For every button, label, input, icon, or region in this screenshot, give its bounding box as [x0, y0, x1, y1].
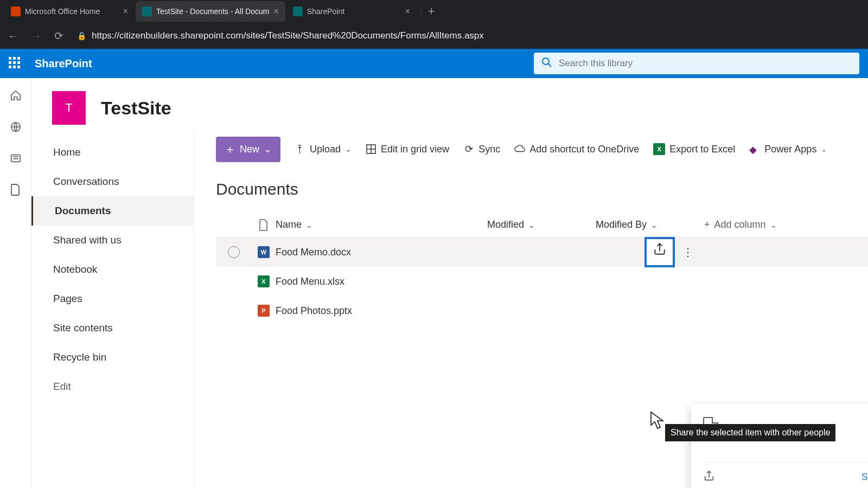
globe-icon[interactable] [9, 120, 22, 133]
file-row[interactable]: W Food Memo.docx ⋮ [216, 237, 868, 267]
row-actions: ⋮ [644, 237, 693, 267]
favicon-sharepoint-icon [293, 7, 303, 16]
address-bar[interactable]: 🔒 https://citizenbuilders.sharepoint.com… [74, 30, 863, 41]
page: ＋ New ⌄ ⭱ Upload ⌄ Edit in grid view [194, 130, 868, 488]
file-row[interactable]: P Food Photos.pptx [216, 296, 868, 325]
nav-shared[interactable]: Shared with us [31, 226, 194, 255]
tab-documents[interactable]: TestSite - Documents - All Docum × [136, 1, 285, 22]
column-modified-label: Modified [487, 219, 524, 230]
suite-header: SharePoint [0, 49, 868, 78]
tab-sharepoint[interactable]: SharePoint × [286, 1, 417, 22]
files-icon[interactable] [9, 183, 22, 196]
search-input[interactable] [559, 58, 852, 69]
app-body: T TestSite Home Conversations Documents … [0, 78, 868, 488]
document-icon [259, 219, 269, 231]
plus-icon: ＋ [225, 142, 235, 157]
sync-button[interactable]: ⟳ Sync [463, 144, 500, 155]
powerapps-icon: ◆ [749, 144, 760, 155]
onedrive-icon [514, 144, 525, 155]
site-logo[interactable]: T [52, 91, 86, 125]
file-name[interactable]: Food Photos.pptx [276, 305, 352, 317]
row-select[interactable] [228, 246, 240, 258]
more-icon[interactable]: ⋮ [682, 246, 693, 259]
search-box[interactable] [534, 53, 859, 74]
word-icon: W [258, 246, 270, 258]
sync-label: Sync [478, 144, 500, 155]
library-title: Documents [216, 180, 868, 198]
app-rail [0, 78, 31, 488]
nav-recycle[interactable]: Recycle bin [31, 343, 194, 372]
suite-brand[interactable]: SharePoint [35, 57, 92, 70]
edit-grid-button[interactable]: Edit in grid view [366, 144, 449, 155]
grid-icon [366, 144, 376, 155]
powerapps-label: Power Apps [764, 144, 816, 155]
new-button[interactable]: ＋ New ⌄ [216, 137, 280, 162]
search-icon [541, 57, 552, 70]
file-name[interactable]: Food Memo.docx [276, 247, 351, 258]
svg-point-0 [542, 58, 549, 65]
see-details-link[interactable]: See details [861, 472, 868, 483]
lock-icon: 🔒 [77, 31, 86, 40]
address-row: ← → ⟳ 🔒 https://citizenbuilders.sharepoi… [0, 23, 868, 49]
reload-icon[interactable]: ⟳ [51, 29, 66, 42]
close-icon[interactable]: × [123, 7, 128, 16]
new-label: New [240, 144, 259, 155]
svg-rect-3 [11, 155, 20, 162]
file-name[interactable]: Food Menu.xlsx [276, 276, 344, 287]
new-tab-button[interactable]: + [421, 5, 442, 18]
tab-office[interactable]: Microsoft Office Home × [4, 1, 135, 22]
cursor-icon [650, 411, 665, 432]
file-row[interactable]: X Food Menu.xlsx [216, 267, 868, 296]
chevron-down-icon: ⌄ [306, 221, 312, 229]
share-icon[interactable] [703, 470, 715, 484]
file-list: Name ⌄ Modified ⌄ Modified By ⌄ + [216, 213, 868, 325]
upload-icon: ⭱ [295, 144, 305, 155]
chevron-down-icon: ⌄ [345, 145, 352, 153]
forward-icon[interactable]: → [28, 30, 43, 42]
news-icon[interactable] [9, 152, 22, 165]
share-icon [653, 242, 667, 260]
site-header: T TestSite [31, 78, 868, 130]
powerapps-button[interactable]: ◆ Power Apps ⌄ [749, 144, 827, 155]
nav-documents[interactable]: Documents [31, 196, 194, 226]
shortcut-button[interactable]: Add shortcut to OneDrive [514, 144, 639, 155]
back-icon[interactable]: ← [5, 30, 21, 42]
export-button[interactable]: X Export to Excel [653, 143, 735, 155]
shortcut-label: Add shortcut to OneDrive [529, 144, 639, 155]
nav-site-contents[interactable]: Site contents [31, 313, 194, 343]
edit-grid-label: Edit in grid view [381, 144, 449, 155]
nav-conversations[interactable]: Conversations [31, 167, 194, 196]
share-button[interactable] [644, 237, 675, 267]
tab-title: Microsoft Office Home [25, 7, 119, 16]
close-icon[interactable]: × [274, 7, 279, 16]
nav-notebook[interactable]: Notebook [31, 255, 194, 284]
content-row: Home Conversations Documents Shared with… [31, 130, 868, 488]
column-modified-by[interactable]: Modified By ⌄ [596, 219, 704, 230]
tab-strip: Microsoft Office Home × TestSite - Docum… [0, 0, 868, 23]
export-label: Export to Excel [669, 144, 735, 155]
home-icon[interactable] [9, 89, 22, 102]
main: T TestSite Home Conversations Documents … [31, 78, 868, 488]
column-modified-by-label: Modified By [596, 219, 647, 230]
column-name[interactable]: Name ⌄ [276, 219, 487, 230]
nav-edit[interactable]: Edit [31, 372, 194, 401]
column-add[interactable]: + Add column ⌄ [704, 219, 813, 230]
close-icon[interactable]: × [405, 7, 410, 16]
chevron-down-icon: ⌄ [770, 221, 777, 229]
powerpoint-icon: P [258, 305, 270, 317]
excel-icon: X [653, 143, 665, 155]
app-launcher-icon[interactable] [9, 57, 22, 70]
nav-home[interactable]: Home [31, 138, 194, 167]
upload-button[interactable]: ⭱ Upload ⌄ [295, 144, 352, 155]
column-modified[interactable]: Modified ⌄ [487, 219, 596, 230]
column-name-label: Name [276, 219, 302, 230]
column-header-row: Name ⌄ Modified ⌄ Modified By ⌄ + [216, 213, 868, 237]
chevron-down-icon: ⌄ [821, 145, 827, 153]
details-footer: See details [703, 470, 868, 484]
favicon-sharepoint-icon [142, 7, 152, 16]
tab-title: SharePoint [307, 7, 401, 16]
favicon-office-icon [11, 7, 21, 16]
nav-pages[interactable]: Pages [31, 284, 194, 313]
command-bar: ＋ New ⌄ ⭱ Upload ⌄ Edit in grid view [216, 133, 868, 165]
sync-icon: ⟳ [463, 144, 474, 155]
